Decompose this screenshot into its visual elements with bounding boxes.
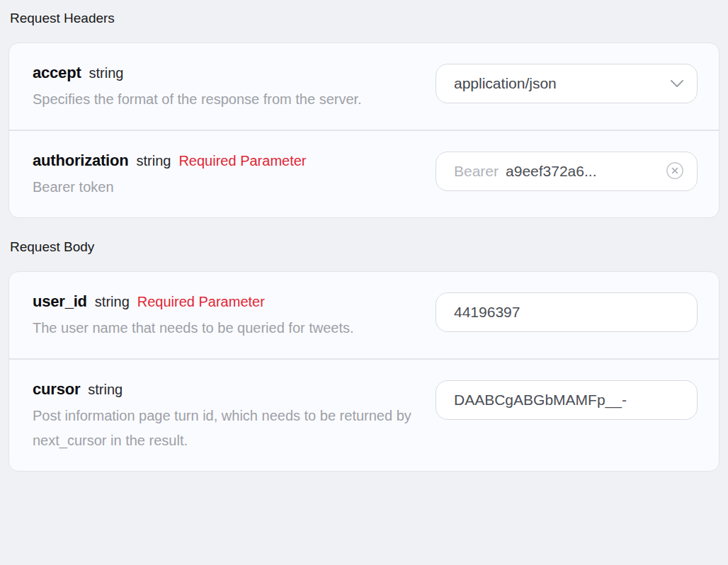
cursor-input[interactable] xyxy=(436,380,698,420)
circle-x-icon xyxy=(666,161,684,182)
param-row-authorization: authorization string Required Parameter … xyxy=(9,130,719,217)
api-parameters-panel: Request Headers accept string Specifies … xyxy=(0,0,728,472)
param-description: Post information page turn id, which nee… xyxy=(33,404,415,453)
chevron-down-icon xyxy=(670,79,684,88)
param-info: user_id string Required Parameter The us… xyxy=(33,292,429,341)
param-description: Specifies the format of the response fro… xyxy=(33,87,415,112)
request-headers-card: accept string Specifies the format of th… xyxy=(8,42,720,218)
param-info: authorization string Required Parameter … xyxy=(33,152,429,200)
param-type: string xyxy=(95,294,130,310)
param-info: cursor string Post information page turn… xyxy=(33,380,429,453)
param-type: string xyxy=(89,65,124,81)
authorization-input[interactable]: Bearer a9eef372a6... xyxy=(436,152,698,191)
section-title-request-body: Request Body xyxy=(10,239,720,255)
param-type: string xyxy=(137,153,171,169)
param-row-user-id: user_id string Required Parameter The us… xyxy=(9,272,719,358)
request-body-card: user_id string Required Parameter The us… xyxy=(8,271,720,472)
param-description: The user name that needs to be queried f… xyxy=(33,316,415,341)
authorization-value: a9eef372a6... xyxy=(506,163,596,180)
required-badge: Required Parameter xyxy=(137,294,265,310)
required-badge: Required Parameter xyxy=(178,153,306,169)
param-description: Bearer token xyxy=(33,175,415,200)
clear-input-button[interactable] xyxy=(666,161,684,182)
param-name: accept xyxy=(33,64,81,82)
param-row-cursor: cursor string Post information page turn… xyxy=(9,358,719,471)
section-title-request-headers: Request Headers xyxy=(10,11,720,26)
accept-select-value: application/json xyxy=(454,75,557,92)
bearer-prefix: Bearer xyxy=(454,163,499,180)
param-info: accept string Specifies the format of th… xyxy=(33,64,429,112)
param-name: cursor xyxy=(33,380,80,399)
accept-select[interactable]: application/json xyxy=(436,64,698,103)
param-name: authorization xyxy=(33,152,129,170)
user-id-input[interactable] xyxy=(436,292,698,332)
param-name: user_id xyxy=(33,292,87,311)
param-row-accept: accept string Specifies the format of th… xyxy=(9,43,719,130)
param-type: string xyxy=(88,382,123,398)
